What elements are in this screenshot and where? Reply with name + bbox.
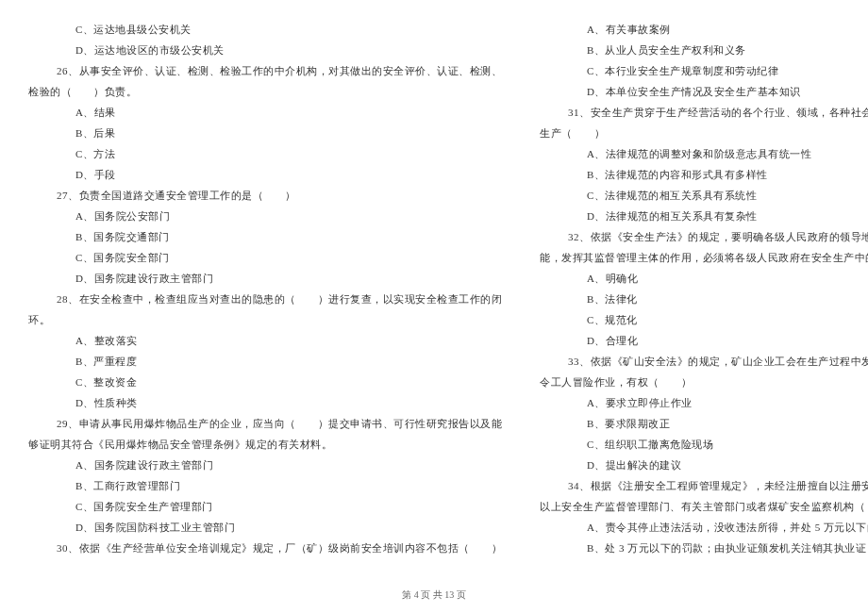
option-28-d: D、性质种类 bbox=[28, 392, 502, 413]
option-27-c: C、国务院安全部门 bbox=[28, 247, 502, 268]
question-29: 29、申请从事民用爆炸物品生产的企业，应当向（ ）提交申请书、可行性研究报告以及… bbox=[28, 413, 502, 434]
question-28-cont: 环。 bbox=[28, 309, 502, 330]
question-32-cont: 能，发挥其监督管理主体的作用，必须将各级人民政府在安全生产中的地位和基本职责（ … bbox=[540, 247, 868, 268]
option-30-c: C、本行业安全生产规章制度和劳动纪律 bbox=[540, 60, 868, 81]
option-33-c: C、组织职工撤离危险现场 bbox=[540, 434, 868, 455]
option-27-d: D、国务院建设行政主管部门 bbox=[28, 268, 502, 289]
option-34-b: B、处 3 万元以下的罚款；由执业证颁发机关注销其执业证，当事人 3 年内不得再… bbox=[540, 538, 868, 558]
option-27-b: B、国务院交通部门 bbox=[28, 226, 502, 247]
right-column: A、有关事故案例 B、从业人员安全生产权利和义务 C、本行业安全生产规章制度和劳… bbox=[540, 19, 868, 558]
option-34-a: A、责令其停止违法活动，没收违法所得，并处 5 万元以下的罚款 bbox=[540, 517, 868, 538]
question-26: 26、从事安全评价、认证、检测、检验工作的中介机构，对其做出的安全评价、认证、检… bbox=[28, 60, 502, 81]
question-31: 31、安全生产贯穿于生产经营活动的各个行业、领域，各种社会关系非常复杂，这体现了… bbox=[540, 102, 868, 123]
option-31-d: D、法律规范的相互关系具有复杂性 bbox=[540, 206, 868, 226]
option-29-b: B、工商行政管理部门 bbox=[28, 475, 502, 496]
option-29-a: A、国务院建设行政主管部门 bbox=[28, 455, 502, 475]
option-28-a: A、整改落实 bbox=[28, 330, 502, 351]
option-33-b: B、要求限期改正 bbox=[540, 413, 868, 434]
option-26-b: B、后果 bbox=[28, 123, 502, 143]
option-31-c: C、法律规范的相互关系具有系统性 bbox=[540, 185, 868, 206]
document-page: C、运达地县级公安机关 D、运达地设区的市级公安机关 26、从事安全评价、认证、… bbox=[0, 0, 868, 596]
question-26-cont: 检验的（ ）负责。 bbox=[28, 81, 502, 102]
option-27-a: A、国务院公安部门 bbox=[28, 206, 502, 226]
question-30: 30、依据《生产经营单位安全培训规定》规定，厂（矿）级岗前安全培训内容不包括（ … bbox=[28, 538, 502, 558]
option-29-d: D、国务院国防科技工业主管部门 bbox=[28, 517, 502, 538]
option-33-a: A、要求立即停止作业 bbox=[540, 392, 868, 413]
option-26-d: D、手段 bbox=[28, 164, 502, 185]
option-29-c: C、国务院安全生产管理部门 bbox=[28, 496, 502, 517]
option-30-b: B、从业人员安全生产权利和义务 bbox=[540, 40, 868, 60]
left-column: C、运达地县级公安机关 D、运达地设区的市级公安机关 26、从事安全评价、认证、… bbox=[28, 19, 502, 558]
option-32-b: B、法律化 bbox=[540, 289, 868, 309]
question-28: 28、在安全检查中，检查组应当对查出的隐患的（ ）进行复查，以实现安全检查工作的… bbox=[28, 289, 502, 309]
question-31-cont: 生产（ ） bbox=[540, 123, 868, 143]
option-28-b: B、严重程度 bbox=[28, 351, 502, 372]
option-31-b: B、法律规范的内容和形式具有多样性 bbox=[540, 164, 868, 185]
option-32-d: D、合理化 bbox=[540, 330, 868, 351]
page-footer: 第 4 页 共 13 页 bbox=[0, 588, 868, 602]
question-32: 32、依据《安全生产法》的规定，要明确各级人民政府的领导地位和各有关部门的监督管… bbox=[540, 226, 868, 247]
question-33-cont: 令工人冒险作业，有权（ ） bbox=[540, 372, 868, 392]
option-30-d: D、本单位安全生产情况及安全生产基本知识 bbox=[540, 81, 868, 102]
option-32-c: C、规范化 bbox=[540, 309, 868, 330]
option-33-d: D、提出解决的建议 bbox=[540, 455, 868, 475]
question-33: 33、依据《矿山安全法》的规定，矿山企业工会在生产过程中发现企业行政方面违章指挥… bbox=[540, 351, 868, 372]
question-34: 34、根据《注册安全工程师管理规定》，未经注册擅自以注册安全工程师名义执业的，由… bbox=[540, 475, 868, 496]
option-28-c: C、整改资金 bbox=[28, 372, 502, 392]
option-25-c: C、运达地县级公安机关 bbox=[28, 19, 502, 40]
question-29-cont: 够证明其符合《民用爆炸物品安全管理条例》规定的有关材料。 bbox=[28, 434, 502, 455]
option-26-a: A、结果 bbox=[28, 102, 502, 123]
question-27: 27、负责全国道路交通安全管理工作的是（ ） bbox=[28, 185, 502, 206]
option-32-a: A、明确化 bbox=[540, 268, 868, 289]
option-30-a: A、有关事故案例 bbox=[540, 19, 868, 40]
option-31-a: A、法律规范的调整对象和阶级意志具有统一性 bbox=[540, 143, 868, 164]
option-26-c: C、方法 bbox=[28, 143, 502, 164]
question-34-cont: 以上安全生产监督管理部门、有关主管部门或者煤矿安全监察机构（ ） bbox=[540, 496, 868, 517]
option-25-d: D、运达地设区的市级公安机关 bbox=[28, 40, 502, 60]
